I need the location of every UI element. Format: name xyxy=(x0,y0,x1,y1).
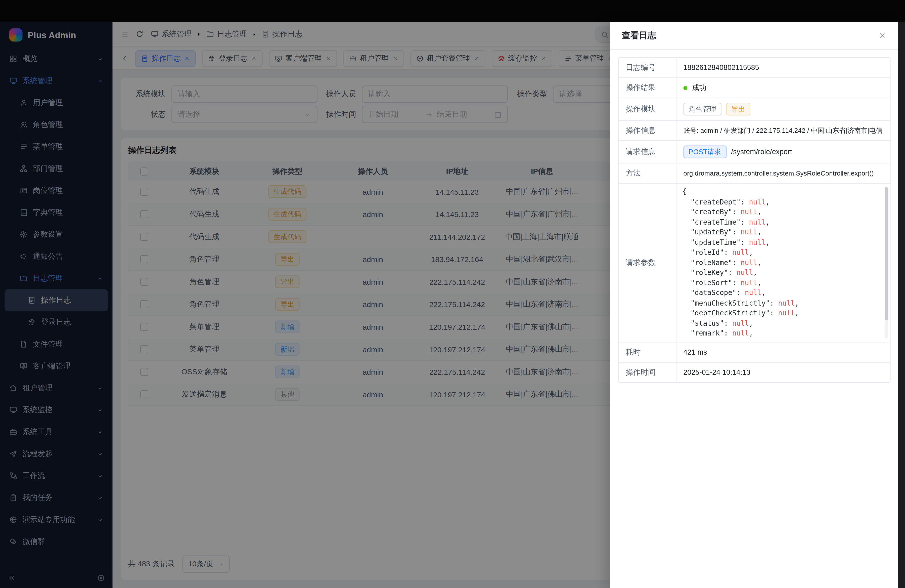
detail-row-6: 请求参数{ "createDept": null, "createBy": nu… xyxy=(619,184,890,342)
close-icon[interactable] xyxy=(878,31,886,40)
detail-label: 操作结果 xyxy=(619,78,676,98)
detail-row-3: 操作信息账号: admin / 研发部门 / 222.175.114.242 /… xyxy=(619,121,890,141)
detail-row-7: 耗时421 ms xyxy=(619,342,890,362)
request-params-cell: { "createDept": null, "createBy": null, … xyxy=(676,184,890,342)
detail-row-8: 操作时间2025-01-24 10:14:13 xyxy=(619,363,890,382)
code-scrollbar[interactable] xyxy=(885,187,888,338)
detail-value: 账号: admin / 研发部门 / 222.175.114.242 / 中国|… xyxy=(676,121,890,140)
detail-row-0: 日志编号1882612840802115585 xyxy=(619,58,890,78)
detail-label: 操作时间 xyxy=(619,363,676,382)
module-tag: 角色管理 xyxy=(683,103,721,116)
detail-label: 日志编号 xyxy=(619,58,676,78)
detail-value: 421 ms xyxy=(676,342,890,362)
detail-row-2: 操作模块角色管理导出 xyxy=(619,98,890,121)
detail-value-tags: 角色管理导出 xyxy=(676,98,890,120)
log-detail-table: 日志编号1882612840802115585操作结果成功操作模块角色管理导出操… xyxy=(618,57,891,383)
detail-value: org.dromara.system.controller.system.Sys… xyxy=(676,164,890,183)
success-dot-icon xyxy=(683,86,687,90)
detail-label: 请求信息 xyxy=(619,141,676,163)
detail-row-1: 操作结果成功 xyxy=(619,78,890,98)
detail-value: 2025-01-24 10:14:13 xyxy=(676,363,890,382)
detail-value-status: 成功 xyxy=(676,78,890,98)
http-method-tag: POST请求 xyxy=(683,146,726,159)
detail-label: 操作信息 xyxy=(619,121,676,140)
detail-row-4: 请求信息POST请求/system/role/export xyxy=(619,141,890,164)
module-tag: 导出 xyxy=(726,103,750,116)
view-log-drawer: 查看日志 日志编号1882612840802115585操作结果成功操作模块角色… xyxy=(610,22,898,588)
detail-value: 1882612840802115585 xyxy=(676,58,890,78)
detail-value-request: POST请求/system/role/export xyxy=(676,141,890,163)
drawer-header: 查看日志 xyxy=(610,22,898,49)
screen: Plus Admin 概览系统管理用户管理角色管理菜单管理部门管理岗位管理字典管… xyxy=(0,0,905,588)
detail-label: 操作模块 xyxy=(619,98,676,120)
detail-row-5: 方法org.dromara.system.controller.system.S… xyxy=(619,164,890,184)
detail-label: 耗时 xyxy=(619,342,676,362)
drawer-title: 查看日志 xyxy=(622,30,656,41)
request-params-code[interactable]: { "createDept": null, "createBy": null, … xyxy=(682,187,799,339)
detail-label: 方法 xyxy=(619,164,676,183)
code-scrollbar-thumb[interactable] xyxy=(885,187,888,320)
request-url: /system/role/export xyxy=(731,148,792,156)
drawer-body: 日志编号1882612840802115585操作结果成功操作模块角色管理导出操… xyxy=(610,49,898,588)
status-text: 成功 xyxy=(692,83,707,92)
detail-label: 请求参数 xyxy=(619,184,676,342)
